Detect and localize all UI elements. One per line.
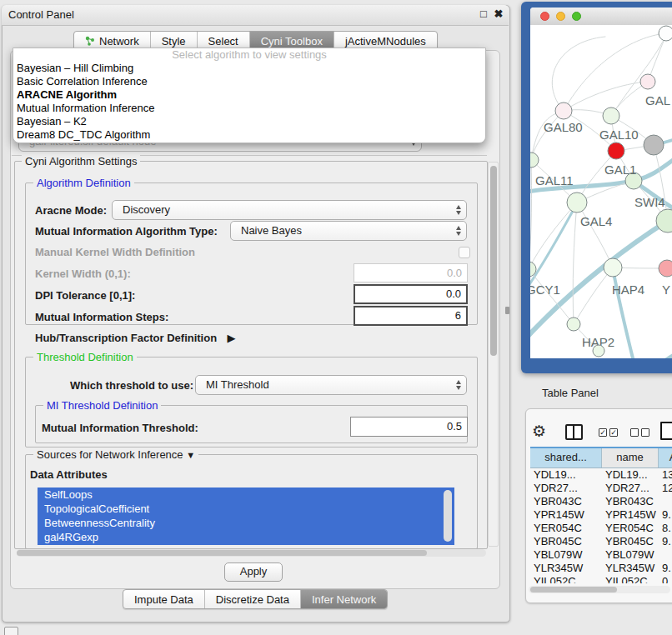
settings-hscrollbar-thumb[interactable] bbox=[17, 550, 427, 556]
algorithm-dropdown-item[interactable]: Bayesian – K2 bbox=[13, 115, 485, 128]
tab-label: Network bbox=[99, 35, 139, 48]
tab-label: jActiveMNodules bbox=[345, 35, 426, 48]
mi-steps-field[interactable]: 6 bbox=[354, 306, 468, 326]
gear-icon[interactable]: ⚙ bbox=[532, 423, 546, 439]
network-node-label: GAL10 bbox=[599, 128, 639, 142]
network-node[interactable] bbox=[593, 345, 604, 357]
algorithm-dropdown-item[interactable]: Dream8 DC_TDC Algorithm bbox=[13, 128, 485, 142]
network-edge bbox=[564, 82, 648, 111]
minimize-traffic-light-icon[interactable] bbox=[556, 12, 565, 21]
document-icon[interactable] bbox=[660, 422, 672, 440]
table-row[interactable]: YDL19...YDL19...13 bbox=[530, 468, 672, 482]
manual-kernel-width-checkbox[interactable] bbox=[459, 247, 470, 258]
select-all-columns-icon[interactable]: ✓ ✓ bbox=[599, 428, 618, 437]
network-node-gal80[interactable] bbox=[555, 102, 572, 119]
mi-threshold-field[interactable]: 0.5 bbox=[350, 417, 468, 437]
table-row[interactable]: YBR043CYBR043C bbox=[530, 495, 672, 508]
network-node-hap4[interactable] bbox=[604, 258, 622, 277]
table-row[interactable]: YBR045CYBR045C9. bbox=[530, 535, 672, 548]
network-canvas[interactable]: GALGAL80GAL10GAL11GAL1SWI4GAL4GCY1HAP4YH… bbox=[530, 25, 672, 358]
algorithm-dropdown-item[interactable]: Mutual Information Inference bbox=[13, 102, 485, 115]
table-row[interactable]: YDR27...YDR27...12 bbox=[530, 482, 672, 495]
mi-algorithm-type-label: Mutual Information Algorithm Type: bbox=[35, 225, 218, 238]
sources-group-title: Sources for Network Inference bbox=[37, 448, 183, 461]
table-cell: 9. bbox=[659, 508, 672, 522]
table-row[interactable]: YLR345WYLR345W9. bbox=[530, 562, 672, 575]
bottom-tabs: Impute DataDiscretize DataInfer Network bbox=[123, 589, 388, 609]
network-node-hap2[interactable] bbox=[567, 318, 580, 331]
table-cell: YPR145W bbox=[602, 508, 659, 522]
table-cell: YPR145W bbox=[530, 508, 602, 522]
table-header-row: shared...nameA... bbox=[530, 447, 672, 468]
tab-impute-data[interactable]: Impute Data bbox=[123, 590, 204, 608]
close-traffic-light-icon[interactable] bbox=[540, 12, 549, 21]
network-node-gal10[interactable] bbox=[603, 108, 619, 124]
mi-algorithm-type-combo[interactable]: Naive Bayes bbox=[230, 221, 467, 241]
network-edge bbox=[530, 202, 577, 269]
settings-scrollbar-thumb[interactable] bbox=[490, 166, 497, 356]
algorithm-dropdown-item[interactable]: ARACNE Algorithm bbox=[13, 88, 485, 102]
zoom-traffic-light-icon[interactable] bbox=[572, 12, 581, 21]
algorithm-dropdown-item[interactable]: Basic Correlation Inference bbox=[13, 75, 485, 88]
close-window-icon[interactable]: ✖ bbox=[492, 8, 505, 21]
network-node[interactable] bbox=[659, 26, 672, 41]
network-node-gal[interactable] bbox=[640, 74, 655, 89]
network-edge bbox=[577, 202, 613, 268]
column-header-2[interactable]: name bbox=[602, 448, 659, 468]
attribute-item[interactable]: gal4RGexp bbox=[38, 530, 454, 544]
splitter-handle[interactable] bbox=[505, 307, 509, 314]
settings-hscrollbar[interactable] bbox=[17, 549, 486, 557]
tab-label: Discretize Data bbox=[216, 593, 289, 606]
table-hscrollbar-thumb[interactable] bbox=[530, 587, 617, 592]
tab-infer-network[interactable]: Infer Network bbox=[300, 590, 387, 608]
stepper-icon bbox=[456, 205, 461, 215]
table-cell: YBR043C bbox=[602, 495, 659, 508]
manual-kernel-width-label: Manual Kernel Width Definition bbox=[35, 246, 195, 258]
aracne-mode-combo[interactable]: Discovery bbox=[112, 200, 467, 220]
network-node[interactable] bbox=[608, 142, 624, 159]
network-node-label: Y bbox=[662, 282, 670, 297]
sources-group-toggle[interactable]: Sources for Network Inference ▼ bbox=[33, 448, 198, 461]
column-header-3[interactable]: A... bbox=[659, 448, 672, 468]
attributes-scrollbar-thumb[interactable] bbox=[444, 490, 452, 542]
which-threshold-combo[interactable]: MI Threshold bbox=[195, 375, 467, 395]
table-row[interactable]: YIL052CYIL052C0. bbox=[530, 575, 672, 583]
dpi-tolerance-field[interactable]: 0.0 bbox=[354, 284, 468, 304]
table-cell: YIL052C bbox=[602, 575, 659, 583]
network-edge bbox=[552, 37, 605, 111]
hub-tf-definition-toggle[interactable]: Hub/Transcription Factor Definition ▶ bbox=[35, 330, 236, 345]
network-node-gal4[interactable] bbox=[567, 192, 587, 212]
settings-scrollbar[interactable] bbox=[488, 162, 499, 547]
network-window-titlebar[interactable] bbox=[530, 8, 672, 26]
attribute-item[interactable]: SelfLoops bbox=[38, 488, 454, 502]
minimized-panel-icon[interactable] bbox=[4, 627, 18, 635]
algorithm-dropdown-item[interactable]: Bayesian – Hill Climbing bbox=[13, 62, 485, 75]
tab-label: Select bbox=[208, 35, 238, 48]
network-node-label: GAL11 bbox=[535, 173, 574, 188]
hub-tf-definition-label: Hub/Transcription Factor Definition bbox=[35, 332, 217, 344]
network-node-y[interactable] bbox=[659, 260, 672, 277]
aracne-mode-value: Discovery bbox=[123, 203, 170, 216]
table-row[interactable]: YER054CYER054C8. bbox=[530, 522, 672, 535]
table-hscrollbar[interactable] bbox=[529, 586, 670, 593]
table-row[interactable]: YPR145WYPR145W9. bbox=[530, 508, 672, 522]
table-cell: 9. bbox=[659, 535, 672, 548]
table-cell: YDL19... bbox=[530, 468, 602, 482]
checked-box-icon: ✓ bbox=[609, 428, 618, 437]
apply-button[interactable]: Apply bbox=[224, 562, 283, 582]
table-row[interactable]: YBL079WYBL079W bbox=[530, 548, 672, 562]
table-panel-title: Table Panel bbox=[542, 387, 599, 399]
tab-discretize-data[interactable]: Discretize Data bbox=[204, 590, 300, 608]
columns-icon[interactable] bbox=[565, 424, 583, 440]
network-edge bbox=[531, 111, 564, 160]
tab-label: Infer Network bbox=[312, 593, 376, 606]
which-threshold-value: MI Threshold bbox=[206, 378, 269, 391]
attribute-item[interactable]: BetweennessCentrality bbox=[38, 516, 454, 530]
kernel-width-field[interactable]: 0.0 bbox=[354, 263, 468, 282]
network-node[interactable] bbox=[644, 135, 664, 155]
float-window-icon[interactable]: □ bbox=[477, 8, 490, 21]
column-header-1[interactable]: shared... bbox=[530, 448, 602, 468]
deselect-all-columns-icon[interactable] bbox=[630, 428, 649, 437]
attribute-item[interactable]: TopologicalCoefficient bbox=[38, 502, 454, 516]
table-cell: YDR27... bbox=[530, 482, 602, 495]
